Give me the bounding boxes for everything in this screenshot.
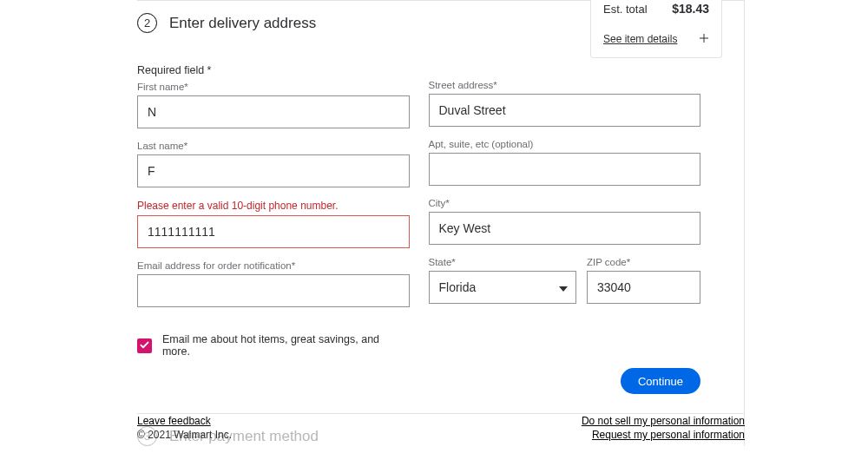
- zip-label: ZIP code*: [587, 257, 700, 267]
- form-right-column: Street address* Apt, suite, etc (optiona…: [429, 64, 701, 358]
- city-field[interactable]: [429, 212, 701, 245]
- plus-icon[interactable]: [699, 31, 709, 47]
- last-name-label: Last name*: [137, 141, 410, 151]
- street-field[interactable]: [429, 94, 701, 127]
- city-label: City*: [429, 198, 701, 208]
- marketing-checkbox-label: Email me about hot items, great savings,…: [162, 333, 410, 358]
- required-note: Required field *: [137, 64, 410, 76]
- copyright-text: © 2021 Walmart Inc.: [137, 429, 232, 441]
- last-name-field[interactable]: [137, 154, 410, 187]
- phone-error-message: Please enter a valid 10-digit phone numb…: [137, 200, 410, 212]
- marketing-checkbox[interactable]: [137, 338, 152, 353]
- apt-label: Apt, suite, etc (optional): [429, 139, 701, 149]
- est-total-label: Est. total: [603, 3, 648, 16]
- see-item-details-link[interactable]: See item details: [603, 33, 677, 45]
- phone-field[interactable]: [137, 215, 410, 248]
- page-footer: Leave feedback © 2021 Walmart Inc. Do no…: [137, 415, 745, 443]
- est-total-value: $18.43: [672, 2, 709, 16]
- leave-feedback-link[interactable]: Leave feedback: [137, 415, 232, 427]
- form-left-column: Required field * First name* Last name* …: [137, 64, 410, 358]
- continue-button[interactable]: Continue: [621, 368, 700, 394]
- checkmark-icon: [140, 338, 149, 353]
- state-label: State*: [429, 257, 576, 267]
- apt-field[interactable]: [429, 153, 701, 186]
- do-not-sell-link[interactable]: Do not sell my personal information: [582, 415, 745, 427]
- request-info-link[interactable]: Request my personal information: [582, 429, 745, 441]
- first-name-label: First name*: [137, 82, 410, 92]
- step-2-number: 2: [137, 13, 157, 33]
- order-summary-card: Est. total $18.43 See item details: [590, 0, 722, 58]
- email-field[interactable]: [137, 274, 410, 307]
- first-name-field[interactable]: [137, 95, 410, 128]
- state-select[interactable]: [429, 271, 576, 304]
- email-label: Email address for order notification*: [137, 260, 410, 271]
- zip-field[interactable]: [587, 271, 700, 304]
- street-label: Street address*: [429, 80, 701, 90]
- step-2-title: Enter delivery address: [169, 15, 316, 32]
